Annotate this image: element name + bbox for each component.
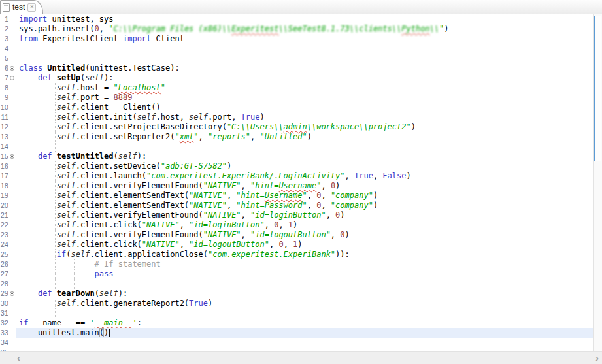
line-gutter: 34 bbox=[0, 338, 16, 348]
code-text[interactable]: self.client.click("NATIVE", "id=loginBut… bbox=[16, 220, 593, 230]
line-gutter: 20 bbox=[0, 201, 16, 210]
code-text[interactable] bbox=[16, 142, 593, 152]
line-gutter: 16 bbox=[0, 161, 16, 171]
code-text[interactable]: class Untitled(unittest.TestCase): bbox=[16, 63, 593, 73]
line-number: 14 bbox=[0, 142, 8, 152]
code-text[interactable]: if __name__ == '__main__': bbox=[16, 318, 593, 328]
code-text[interactable]: self.client.setReporter2("xml", "reports… bbox=[16, 132, 593, 142]
line-gutter: 2 bbox=[0, 24, 16, 34]
scroll-left-icon[interactable]: ‹ bbox=[17, 352, 20, 364]
code-text[interactable] bbox=[16, 308, 593, 318]
code-text[interactable]: self.client.elementSendText("NATIVE", "h… bbox=[16, 201, 593, 210]
line-gutter: 30 bbox=[0, 299, 16, 308]
code-text[interactable] bbox=[16, 279, 593, 289]
line-gutter: 10 bbox=[0, 103, 16, 112]
horizontal-scrollbar[interactable]: ‹ › bbox=[0, 351, 602, 364]
code-text[interactable]: def testUntitled(self): bbox=[16, 152, 593, 161]
fold-spacer bbox=[8, 338, 16, 348]
code-text[interactable]: self.port = 8889 bbox=[16, 93, 593, 103]
fold-spacer bbox=[8, 44, 16, 54]
code-text[interactable]: self.client.verifyElementFound("NATIVE",… bbox=[16, 210, 593, 220]
code-line: 15 def testUntitled(self): bbox=[0, 152, 593, 161]
code-text[interactable]: unittest.main() bbox=[16, 328, 593, 338]
line-gutter: 18 bbox=[0, 181, 16, 191]
fold-spacer bbox=[8, 83, 16, 93]
code-text[interactable]: self.client.verifyElementFound("NATIVE",… bbox=[16, 230, 593, 240]
line-number: 6 bbox=[0, 63, 8, 73]
code-text[interactable]: self.client = Client() bbox=[16, 103, 593, 112]
code-line: 19 self.client.elementSendText("NATIVE",… bbox=[0, 191, 593, 201]
line-gutter: 25 bbox=[0, 250, 16, 259]
code-text[interactable] bbox=[16, 44, 593, 54]
line-number: 30 bbox=[0, 299, 8, 308]
code-text[interactable]: self.host = "Localhost" bbox=[16, 83, 593, 93]
tab-test[interactable]: test ✕ bbox=[0, 0, 43, 14]
code-line: 31 bbox=[0, 308, 593, 318]
code-line: 29 def tearDown(self): bbox=[0, 289, 593, 299]
fold-spacer bbox=[8, 132, 16, 142]
line-number: 4 bbox=[0, 44, 8, 54]
fold-spacer bbox=[8, 93, 16, 103]
fold-collapse-icon[interactable] bbox=[8, 289, 16, 299]
fold-spacer bbox=[8, 328, 16, 338]
editor-window: test ✕ 1import unittest, sys2sys.path.in… bbox=[0, 0, 602, 364]
fold-spacer bbox=[8, 250, 16, 259]
line-number: 20 bbox=[0, 201, 8, 210]
code-text[interactable]: sys.path.insert(0, "C:\\Program Files (x… bbox=[16, 24, 593, 34]
fold-collapse-icon[interactable] bbox=[8, 63, 16, 73]
code-text[interactable]: self.client.generateReport2(True) bbox=[16, 299, 593, 308]
code-text[interactable]: self.client.click("NATIVE", "id=logoutBu… bbox=[16, 240, 593, 250]
line-number: 34 bbox=[0, 338, 8, 348]
line-gutter: 3 bbox=[0, 34, 16, 44]
fold-spacer bbox=[8, 201, 16, 210]
line-gutter: 9 bbox=[0, 93, 16, 103]
scroll-right-icon[interactable]: › bbox=[595, 352, 599, 364]
code-line: 30 self.client.generateReport2(True) bbox=[0, 299, 593, 308]
code-text[interactable]: self.client.setProjectBaseDirectory("C:\… bbox=[16, 122, 593, 132]
file-icon bbox=[3, 3, 10, 12]
code-line: 17 self.client.launch("com.experitest.Ex… bbox=[0, 171, 593, 181]
line-gutter: 21 bbox=[0, 210, 16, 220]
fold-spacer bbox=[8, 142, 16, 152]
code-text[interactable] bbox=[16, 54, 593, 63]
code-line: 10 self.client = Client() bbox=[0, 103, 593, 112]
vertical-scrollbar-thumb[interactable] bbox=[594, 16, 601, 161]
close-icon[interactable]: ✕ bbox=[27, 3, 36, 12]
fold-collapse-icon[interactable] bbox=[8, 73, 16, 83]
code-text[interactable]: # If statement bbox=[16, 259, 593, 269]
code-lines: 1import unittest, sys2sys.path.insert(0,… bbox=[0, 14, 593, 351]
code-line: 2sys.path.insert(0, "C:\\Program Files (… bbox=[0, 24, 593, 34]
code-text[interactable]: self.client.init(self.host, self.port, T… bbox=[16, 112, 593, 122]
fold-collapse-icon[interactable] bbox=[8, 152, 16, 161]
code-line: 28 bbox=[0, 279, 593, 289]
line-number: 3 bbox=[0, 34, 8, 44]
fold-spacer bbox=[8, 14, 16, 24]
code-text[interactable]: def setUp(self): bbox=[16, 73, 593, 83]
line-number: 33 bbox=[0, 328, 8, 338]
code-line: 6class Untitled(unittest.TestCase): bbox=[0, 63, 593, 73]
code-text[interactable]: self.client.setDevice("adb:GT-S7582") bbox=[16, 161, 593, 171]
line-number: 25 bbox=[0, 250, 8, 259]
code-text[interactable]: import unittest, sys bbox=[16, 14, 593, 24]
code-line: 9 self.port = 8889 bbox=[0, 93, 593, 103]
code-line: 3from ExperitestClient import Client bbox=[0, 34, 593, 44]
code-text[interactable]: from ExperitestClient import Client bbox=[16, 34, 593, 44]
code-text[interactable]: self.client.elementSendText("NATIVE", "h… bbox=[16, 191, 593, 201]
code-text[interactable] bbox=[16, 338, 593, 348]
line-gutter: 23 bbox=[0, 230, 16, 240]
code-text[interactable]: if(self.client.applicationClose("com.exp… bbox=[16, 250, 593, 259]
line-gutter: 1 bbox=[0, 14, 16, 24]
fold-spacer bbox=[8, 259, 16, 269]
fold-spacer bbox=[8, 24, 16, 34]
code-text[interactable]: def tearDown(self): bbox=[16, 289, 593, 299]
line-gutter: 5 bbox=[0, 54, 16, 63]
fold-spacer bbox=[8, 230, 16, 240]
code-text[interactable]: self.client.launch("com.experitest.Exper… bbox=[16, 171, 593, 181]
line-number: 28 bbox=[0, 279, 8, 289]
code-line: 1import unittest, sys bbox=[0, 14, 593, 24]
code-text[interactable]: pass bbox=[16, 269, 593, 279]
code-editor[interactable]: 1import unittest, sys2sys.path.insert(0,… bbox=[0, 14, 593, 351]
vertical-scrollbar[interactable] bbox=[593, 14, 602, 351]
line-number: 8 bbox=[0, 83, 8, 93]
code-text[interactable]: self.client.verifyElementFound("NATIVE",… bbox=[16, 181, 593, 191]
